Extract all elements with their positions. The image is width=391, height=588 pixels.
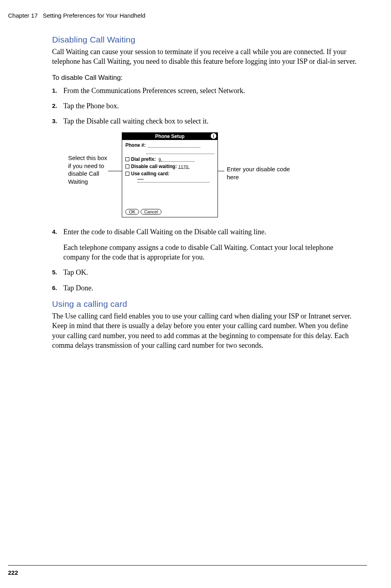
step-number: 2. [52, 101, 63, 111]
callout-line-icon [108, 171, 122, 171]
step-item: 6. Tap Done. [52, 283, 357, 293]
step-text: From the Communications Preferences scre… [63, 86, 357, 95]
dial-prefix-label: Dial prefix: [131, 156, 156, 162]
page-number: 222 [8, 569, 18, 576]
section-heading-disabling: Disabling Call Waiting [52, 35, 357, 45]
dialog-title: Phone Setup i [122, 133, 218, 140]
callout-right: Enter your disable code here [227, 132, 291, 181]
ok-button[interactable]: OK [125, 209, 139, 215]
palm-screen: Phone Setup i Phone #: Dial prefix: 9, [122, 132, 218, 217]
step-number: 3. [52, 116, 63, 126]
chapter-title: Setting Preferences for Your Handheld [43, 12, 145, 19]
step-item: 2. Tap the Phone box. [52, 101, 357, 111]
disable-call-waiting-label: Disable call waiting: [131, 164, 177, 169]
phone-number-field-2[interactable] [146, 150, 214, 154]
step-text: Tap the Phone box. [63, 101, 357, 111]
step-number: 6. [52, 283, 63, 293]
calling-card-paragraph: The Use calling card field enables you t… [52, 311, 357, 350]
cancel-button[interactable]: Cancel [141, 209, 161, 215]
phone-number-label: Phone #: [125, 142, 146, 148]
dial-prefix-checkbox[interactable] [125, 157, 129, 161]
chapter-label: Chapter 17 [8, 12, 38, 19]
step-number: 1. [52, 86, 63, 95]
info-icon[interactable]: i [211, 133, 216, 139]
step-number: 5. [52, 268, 63, 277]
phone-number-field[interactable] [148, 143, 200, 148]
dialog-title-text: Phone Setup [155, 134, 184, 139]
step-item: 4. Enter the code to disable Call Waitin… [52, 227, 357, 237]
use-calling-card-checkbox[interactable] [125, 172, 129, 176]
figure-phone-setup: Select this box if you need to disable C… [68, 132, 357, 217]
section-heading-calling-card: Using a calling card [52, 299, 357, 309]
callout-line-icon [218, 171, 224, 171]
step-item: 5. Tap OK. [52, 268, 357, 277]
step-text: Tap OK. [63, 268, 357, 277]
step-text: Tap the Disable call waiting check box t… [63, 116, 357, 126]
step-item: 1. From the Communications Preferences s… [52, 86, 357, 95]
step-text: Enter the code to disable Call Waiting o… [63, 227, 357, 237]
callout-left: Select this box if you need to disable C… [68, 132, 108, 185]
step-list: 1. From the Communications Preferences s… [52, 86, 357, 126]
disable-call-waiting-field[interactable]: 1170, [178, 164, 189, 169]
step-text: Tap Done. [63, 283, 357, 293]
page-header: Chapter 17 Setting Preferences for Your … [8, 12, 367, 19]
step-number: 4. [52, 227, 63, 237]
disable-call-waiting-checkbox[interactable] [125, 164, 129, 168]
calling-card-field[interactable]: """" [137, 178, 210, 182]
dial-prefix-field[interactable]: 9, [159, 157, 195, 162]
intro-paragraph: Call Waiting can cause your session to t… [52, 47, 357, 67]
step-item: 3. Tap the Disable call waiting check bo… [52, 116, 357, 126]
use-calling-card-label: Use calling card: [131, 171, 169, 176]
footer-rule [8, 565, 367, 566]
step-sub-text: Each telephone company assigns a code to… [63, 243, 357, 262]
procedure-heading: To disable Call Waiting: [52, 74, 357, 82]
step-list-continued: 4. Enter the code to disable Call Waitin… [52, 227, 357, 292]
